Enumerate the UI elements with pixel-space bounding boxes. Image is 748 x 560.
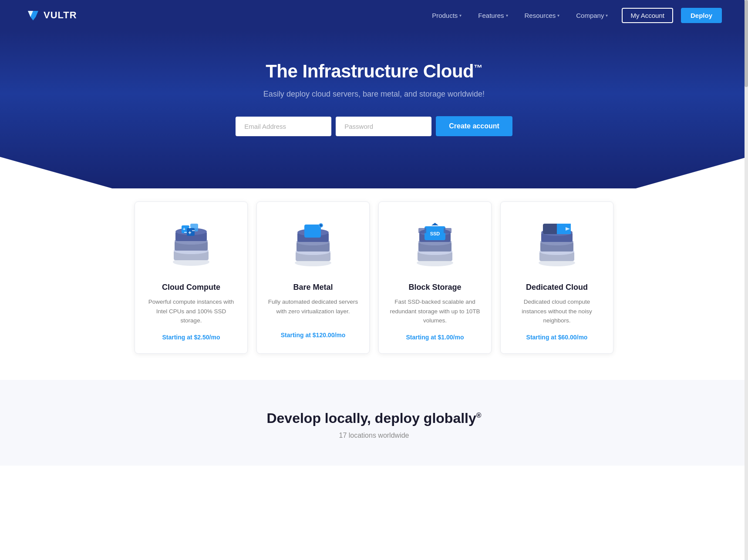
scrollbar-thumb[interactable] [745,0,748,87]
email-input[interactable] [236,117,331,136]
dedicated-cloud-icon [531,219,583,272]
nav-features[interactable]: Features ▾ [472,8,514,23]
svg-rect-37 [418,228,426,233]
card-description: Fully automated dedicated servers with z… [267,297,359,323]
card-cloud-compute[interactable]: + + + Cloud Compute Powerful compute ins… [135,201,248,354]
card-price: Starting at $60.00/mo [526,334,588,341]
card-title: Bare Metal [267,283,359,292]
chevron-down-icon: ▾ [606,13,608,18]
hero-section: The Infrastructure Cloud™ Easily deploy … [0,30,748,188]
card-description: Powerful compute instances with Intel CP… [145,297,237,325]
card-bare-metal[interactable]: Bare Metal Fully automated dedicated ser… [256,201,370,354]
section2-subtitle: 17 locations worldwide [26,432,722,439]
card-price: Starting at $1.00/mo [406,334,464,341]
password-input[interactable] [336,117,431,136]
deploy-button[interactable]: Deploy [681,8,722,23]
svg-rect-24 [304,225,321,238]
chevron-down-icon: ▾ [459,13,462,18]
hero-title: The Infrastructure Cloud™ [9,61,739,82]
section2-title: Develop locally, deploy globally® [26,410,722,426]
card-block-storage[interactable]: SSD Block Storage Fast SSD-backed scalab… [378,201,492,354]
svg-point-26 [320,224,322,227]
hero-subtitle: Easily deploy cloud servers, bare metal,… [9,90,739,99]
signup-form: Create account [9,116,739,136]
block-storage-icon: SSD [409,219,461,272]
nav-resources[interactable]: Resources ▾ [519,8,566,23]
card-title: Cloud Compute [145,283,237,292]
card-icon-block-storage: SSD [389,215,481,276]
navbar: VULTR Products ▾ Features ▾ Resources ▾ … [0,0,748,30]
card-title: Block Storage [389,283,481,292]
card-title: Dedicated Cloud [511,283,603,292]
svg-text:+: + [188,230,191,236]
svg-marker-36 [431,223,438,225]
scrollbar[interactable] [745,0,748,466]
vultr-logo-icon [26,8,40,22]
products-section: + + + Cloud Compute Powerful compute ins… [0,184,748,380]
locations-section: Develop locally, deploy globally® 17 loc… [0,380,748,466]
chevron-down-icon: ▾ [506,13,508,18]
nav-company[interactable]: Company ▾ [570,8,614,23]
nav-links: Products ▾ Features ▾ Resources ▾ Compan… [426,8,722,23]
card-dedicated-cloud[interactable]: Dedicated Cloud Dedicated cloud compute … [500,201,613,354]
bare-metal-icon [287,219,339,272]
card-price: Starting at $2.50/mo [162,334,220,341]
card-price: Starting at $120.00/mo [281,332,346,339]
card-icon-cloud-compute: + + + [145,215,237,276]
chevron-down-icon: ▾ [557,13,559,18]
card-icon-bare-metal [267,215,359,276]
card-description: Dedicated cloud compute instances withou… [511,297,603,325]
svg-text:SSD: SSD [430,231,440,236]
my-account-button[interactable]: My Account [622,8,673,23]
svg-text:+: + [189,225,191,230]
cloud-compute-icon: + + + [165,219,217,272]
svg-text:+: + [183,227,185,231]
svg-rect-38 [444,228,451,233]
card-description: Fast SSD-backed scalable and redundant s… [389,297,481,325]
create-account-button[interactable]: Create account [436,116,512,136]
nav-products[interactable]: Products ▾ [426,8,468,23]
logo-text: VULTR [44,10,77,21]
logo[interactable]: VULTR [26,8,77,22]
card-icon-dedicated-cloud [511,215,603,276]
